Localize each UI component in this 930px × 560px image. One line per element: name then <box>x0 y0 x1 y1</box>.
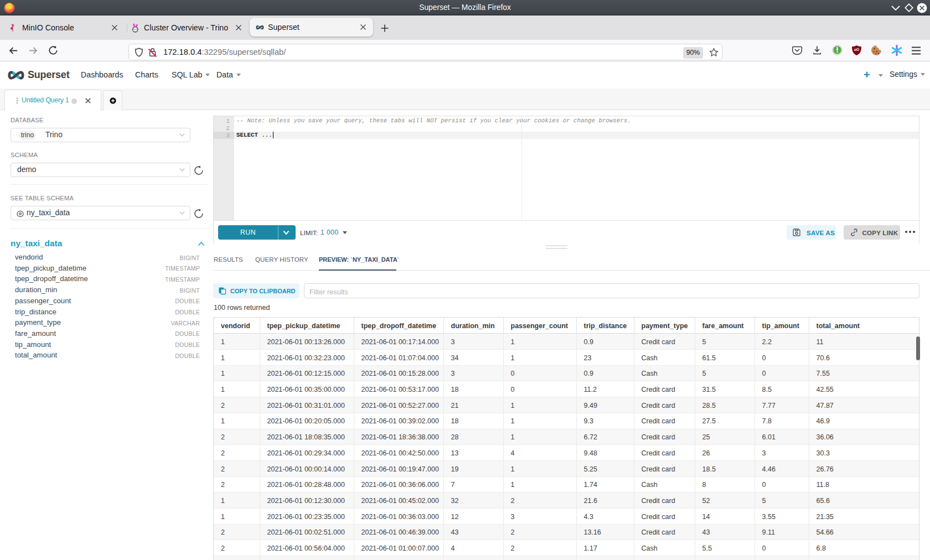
svg-text:uO: uO <box>854 48 859 51</box>
